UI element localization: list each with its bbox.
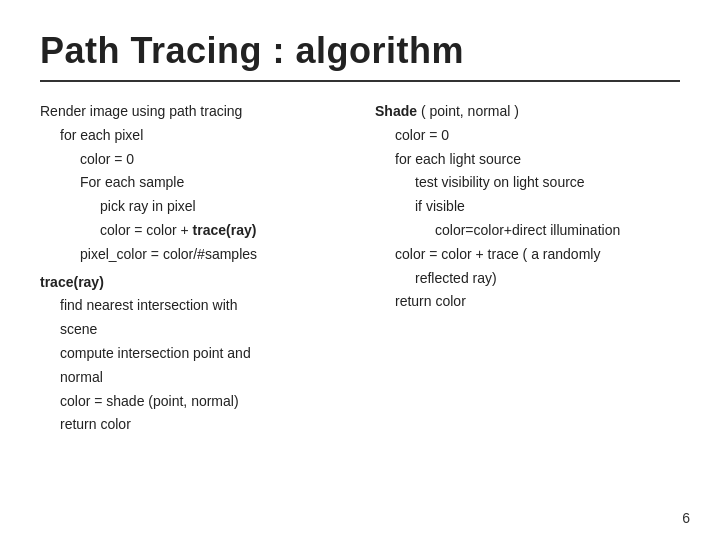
bold-trace: trace(ray) (193, 222, 257, 238)
line-9b: scene (40, 318, 345, 342)
line-8: trace(ray) (40, 271, 345, 295)
rline-7: color = color + trace ( a randomly (375, 243, 680, 267)
line-4: For each sample (40, 171, 345, 195)
line-9: find nearest intersection with (40, 294, 345, 318)
rline-6: color=color+direct illumination (375, 219, 680, 243)
rline-7b: reflected ray) (375, 267, 680, 291)
line-10: compute intersection point and (40, 342, 345, 366)
slide: Path Tracing : algorithm Render image us… (0, 0, 720, 540)
rline-5: if visible (375, 195, 680, 219)
rline-8: return color (375, 290, 680, 314)
line-10b: normal (40, 366, 345, 390)
content-area: Render image using path tracing for each… (40, 100, 680, 437)
line-1: Render image using path tracing (40, 100, 345, 124)
line-6: color = color + trace(ray) (40, 219, 345, 243)
line-11: color = shade (point, normal) (40, 390, 345, 414)
rline-1: Shade ( point, normal ) (375, 100, 680, 124)
slide-title: Path Tracing : algorithm (40, 30, 680, 72)
line-5: pick ray in pixel (40, 195, 345, 219)
right-column: Shade ( point, normal ) color = 0 for ea… (375, 100, 680, 437)
line-12: return color (40, 413, 345, 437)
line-3: color = 0 (40, 148, 345, 172)
line-7: pixel_color = color/#samples (40, 243, 345, 267)
left-column: Render image using path tracing for each… (40, 100, 345, 437)
title-underline (40, 80, 680, 82)
rline-4: test visibility on light source (375, 171, 680, 195)
rline-3: for each light source (375, 148, 680, 172)
page-number: 6 (682, 510, 690, 526)
shade-bold: Shade (375, 103, 417, 119)
bold-trace2: trace(ray) (40, 274, 104, 290)
line-2: for each pixel (40, 124, 345, 148)
rline-2: color = 0 (375, 124, 680, 148)
